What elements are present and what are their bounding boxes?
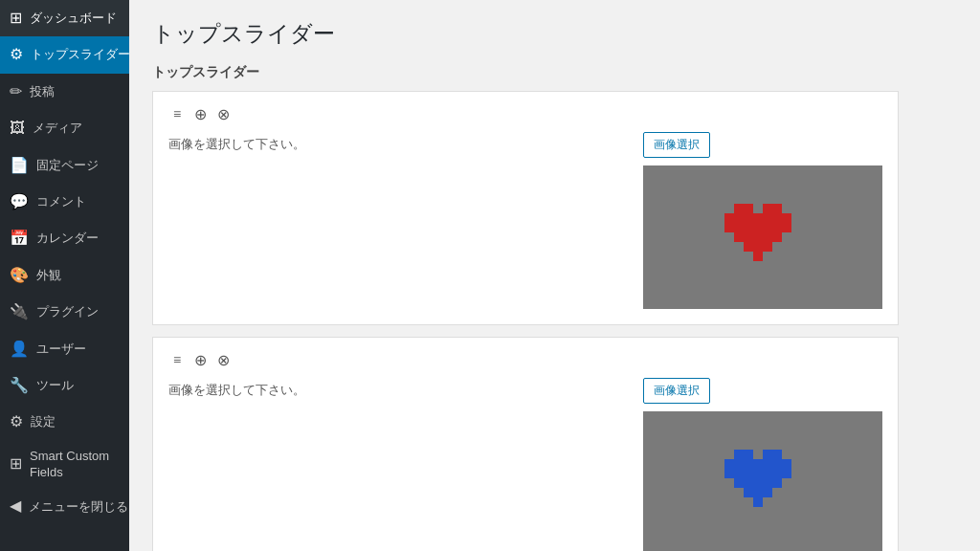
svg-rect-37: [782, 459, 791, 469]
add-slide-icon-2[interactable]: ⊕: [191, 351, 209, 368]
sidebar-item-label: 外観: [36, 267, 61, 284]
svg-rect-9: [772, 213, 782, 223]
image-select-button-2[interactable]: 画像選択: [643, 378, 710, 404]
slider-1-controls: ≡ ⊕ ⊗: [168, 105, 882, 122]
dashboard-icon: ⊞: [10, 8, 22, 29]
svg-rect-14: [753, 223, 763, 232]
svg-rect-22: [772, 232, 782, 242]
svg-rect-50: [744, 488, 753, 497]
add-slide-icon-1[interactable]: ⊕: [191, 105, 209, 122]
plugin-icon: 🔌: [10, 301, 29, 322]
sidebar-item-label: ダッシュボード: [30, 10, 117, 27]
svg-rect-36: [772, 459, 782, 469]
sidebar-item-label: メニューを閉じる: [29, 498, 128, 516]
sidebar-item-label: カレンダー: [36, 230, 99, 247]
slider-1-text: 画像を選択して下さい。: [168, 132, 628, 153]
svg-rect-17: [782, 223, 791, 232]
sidebar-item-pages[interactable]: 📄 固定ページ: [0, 147, 129, 184]
svg-rect-53: [753, 497, 763, 507]
svg-rect-19: [744, 232, 753, 242]
sidebar-item-close-menu[interactable]: ◀ メニューを閉じる: [0, 488, 129, 524]
slider-2-preview: [643, 411, 882, 551]
image-select-button-1[interactable]: 画像選択: [643, 132, 710, 158]
svg-rect-26: [753, 252, 763, 261]
svg-rect-41: [753, 469, 763, 478]
sidebar-item-comments[interactable]: 💬 コメント: [0, 184, 129, 220]
sidebar-item-smart-custom-fields[interactable]: ⊞ Smart Custom Fields: [0, 441, 129, 489]
sidebar-item-label: 設定: [31, 413, 56, 430]
slider-2-image-area: 画像選択: [643, 378, 882, 551]
slider-2-controls: ≡ ⊕ ⊗: [168, 351, 882, 368]
settings-gear-icon: ⚙: [10, 411, 23, 432]
page-title: トップスライダー: [152, 19, 957, 49]
calendar-icon: 📅: [10, 228, 29, 249]
sidebar-item-posts[interactable]: ✏ 投稿: [0, 74, 129, 110]
sidebar-item-label: 投稿: [30, 83, 55, 100]
svg-rect-42: [763, 469, 772, 478]
slider-1-image-area: 画像選択: [643, 132, 882, 309]
drag-handle-icon-1[interactable]: ≡: [168, 105, 186, 122]
sidebar-item-calendar[interactable]: 📅 カレンダー: [0, 220, 129, 256]
image-icon: 🖼: [10, 118, 25, 139]
svg-rect-21: [763, 232, 772, 242]
sidebar-item-users[interactable]: 👤 ユーザー: [0, 331, 129, 367]
svg-rect-34: [753, 459, 763, 469]
pencil-icon: ✏: [10, 81, 22, 102]
svg-rect-5: [734, 213, 744, 223]
svg-rect-6: [744, 213, 753, 223]
remove-slide-icon-1[interactable]: ⊗: [214, 105, 232, 122]
user-icon: 👤: [10, 339, 29, 360]
svg-rect-23: [744, 242, 753, 252]
remove-slide-icon-2[interactable]: ⊗: [214, 351, 232, 368]
slider-1-body: 画像を選択して下さい。 画像選択: [168, 132, 882, 309]
sidebar-item-media[interactable]: 🖼 メディア: [0, 110, 129, 146]
svg-rect-33: [744, 459, 753, 469]
section-label: トップスライダー: [152, 64, 957, 81]
slider-1-preview: [643, 165, 882, 309]
svg-rect-45: [734, 478, 744, 488]
svg-rect-10: [782, 213, 791, 223]
svg-rect-40: [744, 469, 753, 478]
svg-rect-39: [734, 469, 744, 478]
svg-rect-16: [772, 223, 782, 232]
comment-icon: 💬: [10, 191, 29, 212]
sidebar-item-label: プラグイン: [36, 303, 99, 320]
svg-rect-3: [772, 204, 782, 213]
svg-rect-12: [734, 223, 744, 232]
svg-rect-15: [763, 223, 772, 232]
sidebar-item-appearance[interactable]: 🎨 外観: [0, 257, 129, 294]
slider-2-body: 画像を選択して下さい。 画像選択: [168, 378, 882, 551]
svg-rect-29: [763, 450, 772, 459]
svg-rect-35: [763, 459, 772, 469]
sidebar-item-dashboard[interactable]: ⊞ ダッシュボード: [0, 0, 129, 36]
smart-custom-icon: ⊞: [10, 454, 22, 474]
main-content: トップスライダー トップスライダー ≡ ⊕ ⊗ 画像を選択して下さい。 画像選択: [129, 0, 980, 551]
sidebar-item-label: Smart Custom Fields: [30, 449, 120, 481]
sidebar-item-label: ユーザー: [36, 341, 86, 358]
svg-rect-8: [763, 213, 772, 223]
svg-rect-28: [744, 450, 753, 459]
sidebar-item-top-slider[interactable]: ⚙ トップスライダー: [0, 36, 129, 73]
svg-rect-7: [753, 213, 763, 223]
drag-handle-icon-2[interactable]: ≡: [168, 351, 186, 368]
slider-item-2: ≡ ⊕ ⊗ 画像を選択して下さい。 画像選択: [152, 337, 899, 551]
sidebar-item-label: コメント: [36, 193, 86, 210]
svg-rect-18: [734, 232, 744, 242]
svg-rect-1: [744, 204, 753, 213]
sidebar-item-label: ツール: [36, 377, 74, 394]
slider-item-1: ≡ ⊕ ⊗ 画像を選択して下さい。 画像選択: [152, 91, 899, 325]
svg-rect-13: [744, 223, 753, 232]
sidebar-item-plugins[interactable]: 🔌 プラグイン: [0, 294, 129, 330]
svg-rect-48: [763, 478, 772, 488]
svg-rect-4: [724, 213, 734, 223]
svg-rect-51: [753, 488, 763, 497]
svg-rect-38: [724, 469, 734, 478]
sidebar-item-label: 固定ページ: [36, 157, 99, 174]
svg-rect-25: [763, 242, 772, 252]
svg-rect-11: [724, 223, 734, 232]
sidebar-item-label: メディア: [33, 120, 82, 137]
svg-rect-2: [763, 204, 772, 213]
wrench-icon: 🔧: [10, 375, 29, 396]
sidebar-item-tools[interactable]: 🔧 ツール: [0, 367, 129, 404]
sidebar-item-settings[interactable]: ⚙ 設定: [0, 404, 129, 440]
